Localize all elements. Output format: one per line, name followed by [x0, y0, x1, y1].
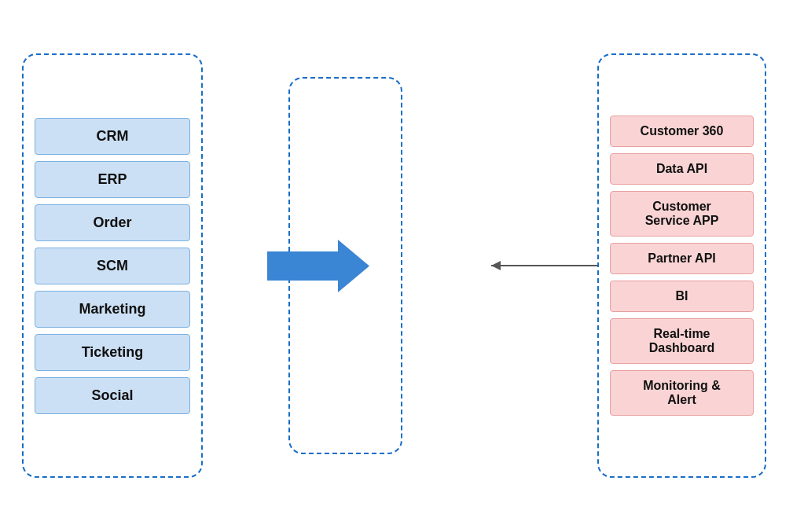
customer360-item: Customer 360 — [610, 116, 754, 147]
social-item: Social — [35, 377, 190, 414]
erp-item: ERP — [35, 161, 190, 198]
data-api-item: Data API — [610, 153, 754, 185]
scm-item: SCM — [35, 248, 190, 284]
partner-api-item: Partner API — [610, 243, 754, 274]
right-apps-box: Customer 360 Data API CustomerService AP… — [597, 53, 766, 478]
monitoring-alert-item: Monitoring &Alert — [610, 370, 754, 416]
left-data-sources-box: CRM ERP Order SCM Marketing Ticketing So… — [22, 53, 203, 478]
realtime-dashboard-item: Real-timeDashboard — [610, 318, 754, 364]
gray-arrow-head — [491, 261, 501, 270]
bi-item: BI — [610, 281, 754, 312]
order-item: Order — [35, 204, 190, 241]
crm-item: CRM — [35, 118, 190, 155]
customer-service-app-item: CustomerService APP — [610, 191, 754, 237]
ticketing-item: Ticketing — [35, 334, 190, 371]
diagram-container: CRM ERP Order SCM Marketing Ticketing So… — [0, 0, 804, 532]
middle-platform-box — [288, 77, 402, 454]
marketing-item: Marketing — [35, 291, 190, 328]
